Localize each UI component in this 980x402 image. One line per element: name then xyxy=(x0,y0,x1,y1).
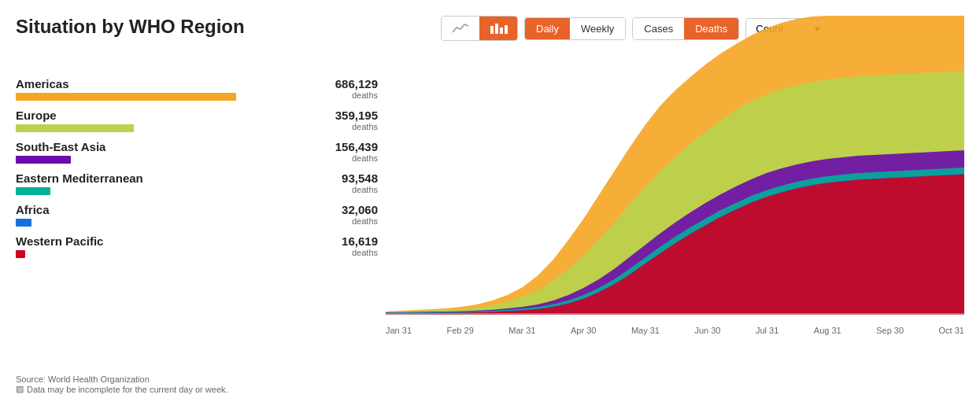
source-line1: Source: World Health Organization xyxy=(16,374,378,384)
x-axis-label: Sep 30 xyxy=(876,326,904,335)
incomplete-note: ▨ Data may be incomplete for the current… xyxy=(16,384,378,394)
regions-list: Americas 686,129 deaths Europe 359,195 d… xyxy=(16,77,378,266)
region-bar-container xyxy=(16,156,307,164)
region-bar-container xyxy=(16,93,307,101)
region-count: 686,129 xyxy=(315,77,378,90)
region-bar xyxy=(16,124,134,132)
region-info: Western Pacific xyxy=(16,234,307,260)
region-count: 359,195 xyxy=(315,109,378,122)
region-info: Americas xyxy=(16,77,307,102)
stacked-bar-chart xyxy=(386,16,964,315)
region-label: deaths xyxy=(315,153,378,163)
x-axis-label: Aug 31 xyxy=(814,326,841,335)
x-axis-label: Feb 29 xyxy=(447,326,474,335)
x-axis-label: Oct 31 xyxy=(939,326,964,335)
region-bar-container xyxy=(16,124,307,132)
region-bar-container xyxy=(16,219,307,227)
list-item: South-East Asia 156,439 deaths xyxy=(16,140,378,165)
page-title: Situation by WHO Region xyxy=(16,16,245,38)
region-name: Europe xyxy=(16,109,307,122)
region-bar-container xyxy=(16,250,307,258)
list-item: Africa 32,060 deaths xyxy=(16,203,378,228)
x-axis-label: May 31 xyxy=(631,326,660,335)
region-bar xyxy=(16,156,71,164)
region-stats: 32,060 deaths xyxy=(315,203,378,226)
region-stats: 359,195 deaths xyxy=(315,109,378,131)
list-item: Americas 686,129 deaths xyxy=(16,77,378,102)
region-info: Eastern Mediterranean xyxy=(16,171,307,197)
x-axis-label: Apr 30 xyxy=(571,326,596,335)
region-bar xyxy=(16,219,31,227)
list-item: Eastern Mediterranean 93,548 deaths xyxy=(16,171,378,197)
region-stats: 686,129 deaths xyxy=(315,77,378,100)
region-bar xyxy=(16,93,236,101)
region-info: South-East Asia xyxy=(16,140,307,165)
region-bar xyxy=(16,250,25,258)
region-name: Western Pacific xyxy=(16,234,307,248)
x-axis-label: Jun 30 xyxy=(694,326,720,335)
region-info: Africa xyxy=(16,203,307,228)
region-count: 32,060 xyxy=(315,203,378,216)
region-label: deaths xyxy=(315,90,378,100)
list-item: Western Pacific 16,619 deaths xyxy=(16,234,378,260)
x-axis-label: Jan 31 xyxy=(386,326,412,335)
region-stats: 16,619 deaths xyxy=(315,234,378,257)
region-label: deaths xyxy=(315,216,378,226)
region-count: 93,548 xyxy=(315,171,378,185)
region-label: deaths xyxy=(315,185,378,194)
region-stats: 156,439 deaths xyxy=(315,140,378,163)
region-label: deaths xyxy=(315,122,378,131)
region-bar-container xyxy=(16,187,307,195)
region-count: 156,439 xyxy=(315,140,378,153)
region-name: Africa xyxy=(16,203,307,216)
region-count: 16,619 xyxy=(315,234,378,248)
x-axis: Jan 31Feb 29Mar 31Apr 30May 31Jun 30Jul … xyxy=(386,323,964,335)
x-axis-label: Mar 31 xyxy=(508,326,535,335)
source-note: Source: World Health Organization ▨ Data… xyxy=(16,368,378,394)
region-label: deaths xyxy=(315,248,378,257)
region-bar xyxy=(16,187,50,195)
chart-area xyxy=(386,16,964,323)
region-name: Americas xyxy=(16,77,307,90)
hatch-icon: ▨ xyxy=(16,384,24,394)
incomplete-text: Data may be incomplete for the current d… xyxy=(27,385,228,394)
chart-panel: Jan 31Feb 29Mar 31Apr 30May 31Jun 30Jul … xyxy=(386,16,964,394)
region-name: South-East Asia xyxy=(16,140,307,153)
region-stats: 93,548 deaths xyxy=(315,171,378,194)
region-name: Eastern Mediterranean xyxy=(16,171,307,185)
region-info: Europe xyxy=(16,109,307,134)
list-item: Europe 359,195 deaths xyxy=(16,109,378,134)
x-axis-label: Jul 31 xyxy=(756,326,778,335)
